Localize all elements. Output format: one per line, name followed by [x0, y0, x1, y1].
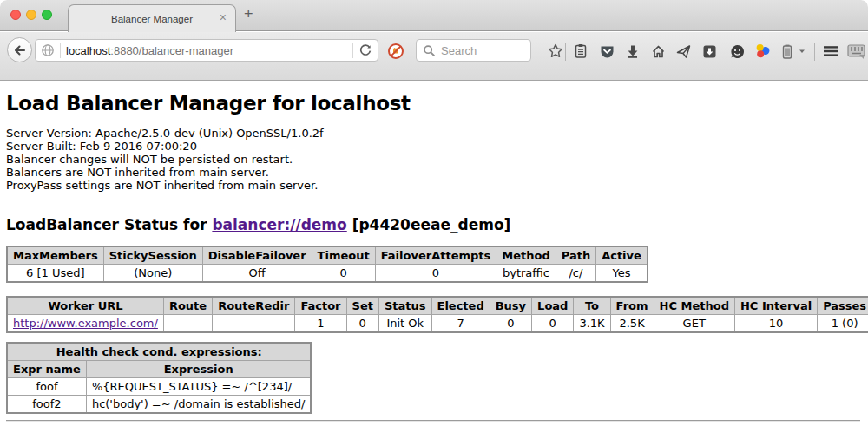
table-cell: Init Ok — [378, 315, 431, 333]
page-content: Load Balancer Manager for localhost Serv… — [0, 82, 868, 426]
pocket-icon — [599, 43, 615, 60]
bookmark-star-button[interactable] — [546, 42, 565, 61]
reading-list-button[interactable] — [571, 42, 590, 61]
url-text[interactable]: localhost:8880/balancer-manager — [66, 44, 233, 57]
home-button[interactable] — [648, 42, 667, 61]
column-header: DisableFailover — [202, 246, 312, 265]
page-divider — [6, 420, 860, 422]
toolbar-divider — [565, 43, 566, 61]
url-path: :8880/balancer-manager — [110, 44, 233, 57]
table-cell: hc('body') =~ /domain is established/ — [86, 396, 311, 414]
keyboard-addon-button[interactable] — [847, 42, 866, 61]
downloads-button[interactable] — [623, 42, 642, 61]
column-header: Set — [346, 297, 378, 315]
table-cell: Off — [202, 265, 312, 283]
column-header: Path — [556, 246, 595, 265]
table-cell: 3.1K — [574, 315, 610, 333]
tab-title: Balancer Manager — [111, 14, 193, 24]
proxypass-note-line: ProxyPass settings are NOT inherited fro… — [6, 179, 862, 192]
column-header: Factor — [295, 297, 346, 315]
column-header: StickySession — [103, 246, 202, 265]
column-header: Busy — [490, 297, 531, 315]
send-icon — [675, 43, 692, 60]
table-title: Health check cond. expressions: — [7, 343, 311, 361]
download-box-icon — [701, 43, 718, 60]
battery-addon-button[interactable] — [778, 42, 797, 61]
new-tab-button[interactable]: + — [244, 5, 253, 23]
dropdown-caret-icon — [798, 47, 806, 56]
table-cell: Yes — [596, 265, 648, 283]
toolbar-divider — [814, 43, 815, 61]
home-icon — [650, 43, 667, 60]
colored-dots-addon-button[interactable] — [753, 42, 773, 61]
download-helper-button[interactable] — [700, 42, 719, 61]
table-cell: bytraffic — [496, 265, 556, 283]
worker-url-link[interactable]: http://www.example.com/ — [13, 317, 158, 330]
column-header: Expression — [86, 361, 311, 378]
menu-icon — [822, 43, 839, 59]
table-cell: 10 — [734, 315, 817, 333]
clipboard-icon — [573, 43, 589, 59]
smiley-icon — [729, 43, 746, 60]
table-cell: 0 — [375, 265, 496, 283]
back-icon — [12, 43, 28, 58]
navigation-toolbar: localhost:8880/balancer-manager Sea — [0, 32, 868, 81]
block-plugin-button[interactable] — [386, 42, 405, 61]
column-header: Timeout — [312, 246, 375, 265]
reload-icon[interactable] — [358, 43, 372, 57]
search-icon — [423, 44, 436, 57]
status-prefix: LoadBalancer Status for — [6, 216, 212, 233]
column-header: Elected — [431, 297, 490, 315]
close-window-button[interactable] — [10, 10, 21, 20]
table-cell — [213, 315, 295, 333]
column-header: Passes — [818, 297, 868, 315]
column-header: From — [610, 297, 654, 315]
inherit-note-line: Balancers are NOT inherited from main se… — [6, 166, 862, 179]
table-row: foof2hc('body') =~ /domain is establishe… — [7, 396, 311, 414]
table-cell: 0 — [532, 315, 574, 333]
table-cell: foof2 — [7, 396, 86, 414]
urlbar-divider — [60, 43, 61, 58]
table-row: 6 [1 Used](None)Off00bytraffic/c/Yes — [7, 265, 648, 283]
table-cell: 6 [1 Used] — [7, 265, 103, 283]
browser-window: Balancer Manager × + localhost:8880/bala… — [0, 0, 868, 426]
balancer-settings-table: MaxMembersStickySessionDisableFailoverTi… — [6, 246, 648, 283]
send-tab-button[interactable] — [674, 42, 693, 61]
star-icon — [547, 43, 564, 60]
table-cell: 0 — [490, 315, 531, 333]
table-cell: http://www.example.com/ — [7, 315, 163, 333]
balancer-demo-link[interactable]: balancer://demo — [212, 216, 346, 233]
keyboard-icon — [847, 43, 866, 60]
battery-addon-dropdown[interactable] — [796, 42, 808, 61]
back-button[interactable] — [7, 37, 32, 62]
table-cell: GET — [654, 315, 734, 333]
column-header: MaxMembers — [7, 246, 103, 265]
table-cell: (None) — [103, 265, 202, 283]
table-cell: /c/ — [556, 265, 595, 283]
table-cell: 1 — [295, 315, 346, 333]
column-header: HC Method — [654, 297, 734, 315]
search-field[interactable]: Search — [416, 39, 531, 62]
url-bar[interactable]: localhost:8880/balancer-manager — [35, 39, 378, 62]
table-row: foof%{REQUEST_STATUS} =~ /^[234]/ — [7, 378, 311, 396]
column-header: FailoverAttempts — [375, 246, 496, 265]
emoji-addon-button[interactable] — [727, 42, 746, 61]
status-suffix: [p4420eeae_demo] — [347, 216, 511, 233]
pocket-button[interactable] — [597, 42, 616, 61]
column-header: Expr name — [7, 361, 86, 378]
menu-button[interactable] — [821, 42, 840, 61]
maximize-window-button[interactable] — [42, 10, 52, 20]
worker-status-table: Worker URLRouteRouteRedirFactorSetStatus… — [6, 296, 868, 333]
table-cell: 0 — [346, 315, 378, 333]
column-header: RouteRedir — [213, 297, 295, 315]
globe-icon — [41, 43, 55, 57]
column-header: Worker URL — [7, 297, 163, 315]
table-cell: 7 — [431, 315, 490, 333]
tab-balancer-manager[interactable]: Balancer Manager × — [68, 4, 236, 32]
column-header: Status — [378, 297, 431, 315]
table-cell: %{REQUEST_STATUS} =~ /^[234]/ — [86, 378, 311, 396]
minimize-window-button[interactable] — [26, 10, 36, 20]
battery-icon — [779, 43, 795, 60]
tab-close-icon[interactable]: × — [220, 10, 227, 24]
table-cell: 2.5K — [610, 315, 654, 333]
